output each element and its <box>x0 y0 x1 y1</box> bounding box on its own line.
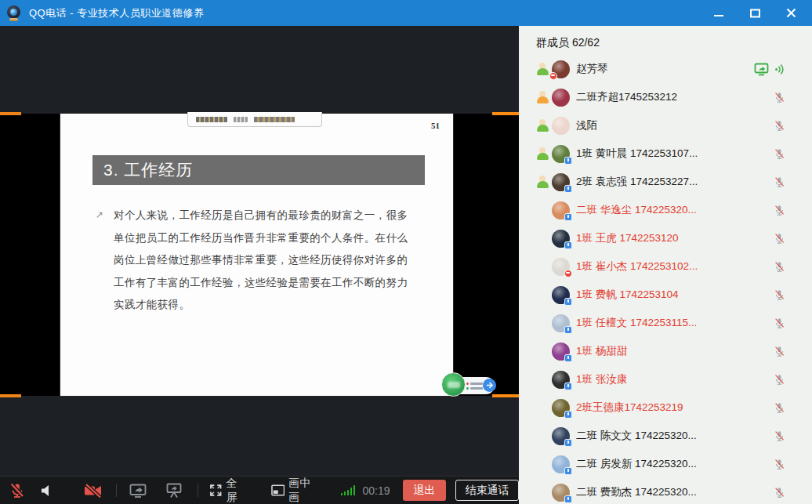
toolbar-divider <box>198 484 198 497</box>
member-row[interactable]: 浅陌 <box>519 111 812 140</box>
member-row[interactable]: 1班 费帆 1742253104 <box>519 281 812 309</box>
member-avatar[interactable] <box>552 427 570 445</box>
member-row[interactable]: 二班 华逸尘 174225320... <box>519 196 812 224</box>
screen-share-button[interactable] <box>129 483 147 499</box>
member-avatar[interactable] <box>552 89 570 107</box>
member-name: 二班齐超1745253212 <box>576 90 677 104</box>
slide-title: 3. 工作经历 <box>92 155 425 185</box>
member-row[interactable]: 1班 张汝康 <box>519 365 812 393</box>
mic-muted-icon[interactable] <box>774 120 785 132</box>
member-row[interactable]: 1班 黄叶晨 1742253107... <box>519 140 812 168</box>
screen-sharing-icon[interactable] <box>754 63 770 76</box>
member-row-icons <box>774 281 785 309</box>
mic-muted-icon[interactable] <box>774 402 785 414</box>
close-icon[interactable] <box>782 5 799 22</box>
member-row[interactable]: 2班王德康1742253219 <box>519 393 812 422</box>
pip-button[interactable]: 画中画 <box>271 477 321 504</box>
member-avatar[interactable] <box>552 258 570 276</box>
member-avatar[interactable] <box>552 145 570 163</box>
member-avatar[interactable] <box>552 314 570 332</box>
call-toolbar: 全屏 画中画 00:19 退出 结束通话 <box>0 476 519 504</box>
camera-muted-icon[interactable] <box>83 483 103 499</box>
speaker-icon[interactable] <box>39 483 55 499</box>
member-avatar[interactable] <box>552 484 570 502</box>
mic-muted-icon[interactable] <box>774 261 785 273</box>
floating-call-widget[interactable] <box>441 372 496 399</box>
mic-muted-icon[interactable] <box>774 346 785 357</box>
member-panel-header: 群成员 62/62 <box>519 26 812 55</box>
member-row[interactable]: 1班 杨甜甜 <box>519 337 812 365</box>
end-call-button[interactable]: 结束通话 <box>455 480 519 501</box>
member-avatar[interactable] <box>552 60 570 78</box>
microphone-muted-icon[interactable] <box>9 482 26 499</box>
window-controls <box>710 5 812 22</box>
whiteboard-share-button[interactable] <box>165 483 183 499</box>
member-row-icons <box>774 168 785 196</box>
maximize-icon[interactable] <box>746 5 763 22</box>
member-avatar[interactable] <box>552 201 570 219</box>
member-avatar[interactable] <box>552 455 570 473</box>
speaking-audio-icon <box>774 63 785 75</box>
member-row-icons <box>774 450 785 478</box>
member-row-icons <box>774 252 785 281</box>
status-placeholder <box>536 430 552 442</box>
fullscreen-button[interactable]: 全屏 <box>209 477 248 504</box>
online-status-icon <box>536 176 552 188</box>
mic-muted-icon[interactable] <box>774 92 785 103</box>
member-avatar[interactable] <box>552 343 570 361</box>
mic-muted-icon[interactable] <box>774 233 785 245</box>
mobile-device-badge <box>564 157 572 165</box>
share-indicator-toolbar[interactable] <box>187 112 322 127</box>
member-name: 浅陌 <box>576 118 597 132</box>
status-placeholder <box>536 401 552 414</box>
mic-muted-icon[interactable] <box>774 148 785 160</box>
status-placeholder <box>536 345 552 357</box>
member-avatar[interactable] <box>552 286 570 304</box>
mobile-device-badge <box>564 241 572 249</box>
mic-muted-icon[interactable] <box>774 430 785 442</box>
member-row[interactable]: 二班 费勤杰 174225320... <box>519 478 812 504</box>
member-row[interactable]: 1班 崔小杰 1742253102... <box>519 252 812 281</box>
member-avatar[interactable] <box>552 173 570 191</box>
mic-muted-icon[interactable] <box>774 374 785 386</box>
member-avatar[interactable] <box>552 371 570 389</box>
mic-muted-icon[interactable] <box>774 205 785 216</box>
mobile-device-badge <box>564 411 572 419</box>
member-row[interactable]: 二班 房发新 174225320... <box>519 450 812 478</box>
member-row[interactable]: 二班 陈文文 174225320... <box>519 422 812 450</box>
mic-muted-icon[interactable] <box>774 176 785 188</box>
minimize-icon[interactable] <box>710 5 727 22</box>
member-avatar[interactable] <box>552 399 570 417</box>
webcam-app-icon <box>6 5 22 21</box>
pip-label: 画中画 <box>288 477 321 504</box>
mic-muted-icon[interactable] <box>774 487 785 499</box>
member-row[interactable]: 2班 袁志强 1742253227... <box>519 168 812 196</box>
member-row-icons <box>774 422 785 450</box>
member-row-icons <box>774 393 785 422</box>
mic-muted-icon[interactable] <box>774 459 785 470</box>
expand-call-icon[interactable] <box>483 379 496 392</box>
online-status-icon <box>536 119 552 132</box>
slide-page-number: 51 <box>431 121 440 130</box>
sharer-avatar <box>441 372 466 397</box>
member-row[interactable]: 1班 王虎 1742253120 <box>519 224 812 252</box>
shared-slide: 51 3. 工作经历 ↗ 对个人来说，工作经历是自己拥有的最珍贵的财富之一，很多… <box>60 114 453 396</box>
member-name: 2班王德康1742253219 <box>576 401 683 415</box>
shared-desktop-edge <box>0 112 21 115</box>
call-timer: 00:19 <box>362 484 390 497</box>
member-avatar[interactable] <box>552 230 570 248</box>
busy-status-badge <box>564 270 572 277</box>
slide-body-text: 对个人来说，工作经历是自己拥有的最珍贵的财富之一，很多 单位把员工的工作经历当作… <box>114 205 427 317</box>
member-name: 1班 黄叶晨 1742253107... <box>576 147 698 161</box>
member-row[interactable]: 1班 任檀文 1742253115... <box>519 309 812 337</box>
mic-muted-icon[interactable] <box>774 317 785 329</box>
member-row-icons <box>774 365 785 393</box>
exit-button[interactable]: 退出 <box>403 480 447 501</box>
mic-muted-icon[interactable] <box>774 289 785 301</box>
window-title: QQ电话 - 专业技术人员职业道德修养 <box>29 6 204 20</box>
shared-desktop-edge <box>492 112 519 115</box>
member-row[interactable]: 赵芳琴 <box>519 55 812 83</box>
member-row-icons <box>774 478 785 504</box>
member-row[interactable]: 二班齐超1745253212 <box>519 83 812 111</box>
member-avatar[interactable] <box>552 117 570 135</box>
